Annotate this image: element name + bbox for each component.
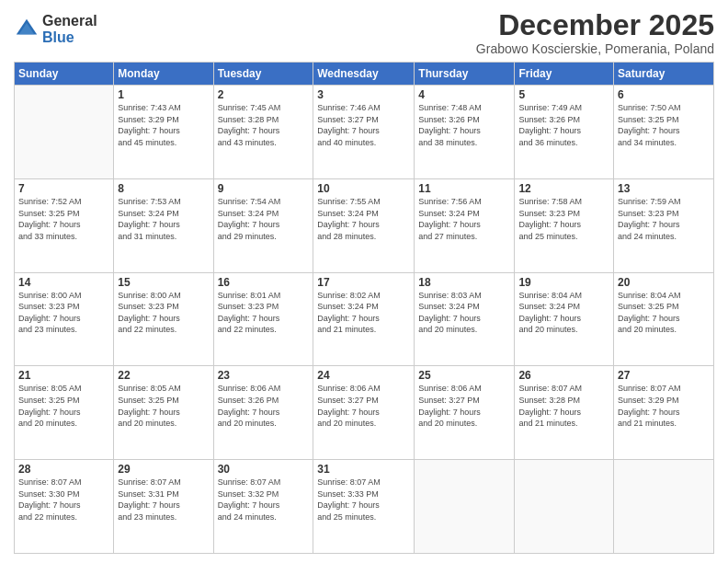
day-info: Sunrise: 8:04 AMSunset: 3:24 PMDaylight:… bbox=[518, 290, 609, 336]
calendar-body: 1Sunrise: 7:43 AMSunset: 3:29 PMDaylight… bbox=[15, 86, 714, 554]
day-info: Sunrise: 8:02 AMSunset: 3:24 PMDaylight:… bbox=[317, 290, 410, 336]
day-number: 9 bbox=[218, 182, 310, 195]
calendar-cell: 24Sunrise: 8:06 AMSunset: 3:27 PMDayligh… bbox=[313, 366, 415, 460]
calendar-cell: 28Sunrise: 8:07 AMSunset: 3:30 PMDayligh… bbox=[15, 460, 114, 554]
calendar-cell: 9Sunrise: 7:54 AMSunset: 3:24 PMDaylight… bbox=[213, 178, 313, 272]
calendar-cell: 11Sunrise: 7:56 AMSunset: 3:24 PMDayligh… bbox=[415, 178, 515, 272]
calendar-cell: 6Sunrise: 7:50 AMSunset: 3:25 PMDaylight… bbox=[614, 86, 714, 179]
day-info: Sunrise: 7:55 AMSunset: 3:24 PMDaylight:… bbox=[317, 196, 410, 242]
calendar-cell: 2Sunrise: 7:45 AMSunset: 3:28 PMDaylight… bbox=[213, 86, 313, 179]
day-number: 16 bbox=[218, 276, 310, 289]
day-number: 24 bbox=[317, 369, 410, 382]
day-info: Sunrise: 7:45 AMSunset: 3:28 PMDaylight:… bbox=[218, 102, 310, 148]
header: General Blue December 2025 Grabowo Kosci… bbox=[14, 9, 714, 56]
calendar-cell: 18Sunrise: 8:03 AMSunset: 3:24 PMDayligh… bbox=[415, 272, 515, 366]
day-number: 27 bbox=[618, 369, 710, 382]
calendar-week-row: 21Sunrise: 8:05 AMSunset: 3:25 PMDayligh… bbox=[15, 366, 714, 460]
day-number: 11 bbox=[418, 182, 510, 195]
calendar-cell bbox=[15, 86, 114, 179]
day-info: Sunrise: 8:05 AMSunset: 3:25 PMDaylight:… bbox=[18, 383, 109, 429]
header-saturday: Saturday bbox=[614, 63, 714, 86]
page: General Blue December 2025 Grabowo Kosci… bbox=[0, 0, 728, 563]
calendar-cell: 7Sunrise: 7:52 AMSunset: 3:25 PMDaylight… bbox=[15, 178, 114, 272]
day-info: Sunrise: 8:03 AMSunset: 3:24 PMDaylight:… bbox=[418, 290, 510, 336]
day-info: Sunrise: 7:46 AMSunset: 3:27 PMDaylight:… bbox=[317, 102, 410, 148]
day-info: Sunrise: 8:01 AMSunset: 3:23 PMDaylight:… bbox=[218, 290, 310, 336]
day-number: 8 bbox=[118, 182, 209, 195]
day-info: Sunrise: 8:04 AMSunset: 3:25 PMDaylight:… bbox=[618, 290, 710, 336]
calendar-cell: 1Sunrise: 7:43 AMSunset: 3:29 PMDaylight… bbox=[114, 86, 213, 179]
day-info: Sunrise: 7:54 AMSunset: 3:24 PMDaylight:… bbox=[218, 196, 310, 242]
calendar-cell: 13Sunrise: 7:59 AMSunset: 3:23 PMDayligh… bbox=[614, 178, 714, 272]
calendar-cell: 16Sunrise: 8:01 AMSunset: 3:23 PMDayligh… bbox=[213, 272, 313, 366]
day-info: Sunrise: 7:52 AMSunset: 3:25 PMDaylight:… bbox=[18, 196, 109, 242]
day-info: Sunrise: 7:59 AMSunset: 3:23 PMDaylight:… bbox=[618, 196, 710, 242]
calendar-cell bbox=[415, 460, 515, 554]
day-info: Sunrise: 7:48 AMSunset: 3:26 PMDaylight:… bbox=[418, 102, 510, 148]
calendar-cell: 25Sunrise: 8:06 AMSunset: 3:27 PMDayligh… bbox=[415, 366, 515, 460]
day-info: Sunrise: 7:50 AMSunset: 3:25 PMDaylight:… bbox=[618, 102, 710, 148]
day-number: 7 bbox=[18, 182, 109, 195]
header-wednesday: Wednesday bbox=[313, 63, 415, 86]
day-number: 21 bbox=[18, 369, 109, 382]
calendar-cell: 4Sunrise: 7:48 AMSunset: 3:26 PMDaylight… bbox=[415, 86, 515, 179]
day-info: Sunrise: 8:07 AMSunset: 3:28 PMDaylight:… bbox=[518, 383, 609, 429]
day-number: 6 bbox=[618, 88, 710, 101]
header-sunday: Sunday bbox=[15, 63, 114, 86]
calendar-cell: 12Sunrise: 7:58 AMSunset: 3:23 PMDayligh… bbox=[515, 178, 614, 272]
day-info: Sunrise: 8:00 AMSunset: 3:23 PMDaylight:… bbox=[18, 290, 109, 336]
day-number: 31 bbox=[317, 463, 410, 476]
logo-general: General bbox=[42, 13, 97, 29]
title-block: December 2025 Grabowo Koscierskie, Pomer… bbox=[476, 9, 714, 56]
logo-text: General Blue bbox=[42, 13, 97, 45]
day-number: 28 bbox=[18, 463, 109, 476]
calendar-cell: 23Sunrise: 8:06 AMSunset: 3:26 PMDayligh… bbox=[213, 366, 313, 460]
calendar-cell: 14Sunrise: 8:00 AMSunset: 3:23 PMDayligh… bbox=[15, 272, 114, 366]
calendar-cell: 15Sunrise: 8:00 AMSunset: 3:23 PMDayligh… bbox=[114, 272, 213, 366]
subtitle: Grabowo Koscierskie, Pomerania, Poland bbox=[476, 41, 714, 56]
calendar-week-row: 28Sunrise: 8:07 AMSunset: 3:30 PMDayligh… bbox=[15, 460, 714, 554]
day-number: 13 bbox=[618, 182, 710, 195]
day-number: 4 bbox=[418, 88, 510, 101]
day-info: Sunrise: 8:05 AMSunset: 3:25 PMDaylight:… bbox=[118, 383, 209, 429]
day-number: 25 bbox=[418, 369, 510, 382]
calendar-week-row: 14Sunrise: 8:00 AMSunset: 3:23 PMDayligh… bbox=[15, 272, 714, 366]
calendar-cell: 27Sunrise: 8:07 AMSunset: 3:29 PMDayligh… bbox=[614, 366, 714, 460]
header-monday: Monday bbox=[114, 63, 213, 86]
day-number: 19 bbox=[518, 276, 609, 289]
calendar-cell: 26Sunrise: 8:07 AMSunset: 3:28 PMDayligh… bbox=[515, 366, 614, 460]
calendar-cell: 10Sunrise: 7:55 AMSunset: 3:24 PMDayligh… bbox=[313, 178, 415, 272]
day-number: 23 bbox=[218, 369, 310, 382]
calendar-cell: 29Sunrise: 8:07 AMSunset: 3:31 PMDayligh… bbox=[114, 460, 213, 554]
day-number: 29 bbox=[118, 463, 209, 476]
day-info: Sunrise: 7:58 AMSunset: 3:23 PMDaylight:… bbox=[518, 196, 609, 242]
header-thursday: Thursday bbox=[415, 63, 515, 86]
day-number: 2 bbox=[218, 88, 310, 101]
day-number: 12 bbox=[518, 182, 609, 195]
logo-blue: Blue bbox=[42, 29, 97, 46]
day-info: Sunrise: 8:06 AMSunset: 3:27 PMDaylight:… bbox=[418, 383, 510, 429]
day-number: 5 bbox=[518, 88, 609, 101]
day-number: 3 bbox=[317, 88, 410, 101]
calendar-header: Sunday Monday Tuesday Wednesday Thursday… bbox=[15, 63, 714, 86]
day-number: 15 bbox=[118, 276, 209, 289]
calendar-cell: 19Sunrise: 8:04 AMSunset: 3:24 PMDayligh… bbox=[515, 272, 614, 366]
day-number: 20 bbox=[618, 276, 710, 289]
day-number: 1 bbox=[118, 88, 209, 101]
main-title: December 2025 bbox=[476, 9, 714, 41]
day-info: Sunrise: 8:07 AMSunset: 3:31 PMDaylight:… bbox=[118, 477, 209, 523]
calendar-cell: 8Sunrise: 7:53 AMSunset: 3:24 PMDaylight… bbox=[114, 178, 213, 272]
day-info: Sunrise: 7:56 AMSunset: 3:24 PMDaylight:… bbox=[418, 196, 510, 242]
day-info: Sunrise: 8:07 AMSunset: 3:32 PMDaylight:… bbox=[218, 477, 310, 523]
day-info: Sunrise: 8:00 AMSunset: 3:23 PMDaylight:… bbox=[118, 290, 209, 336]
day-number: 26 bbox=[518, 369, 609, 382]
logo-icon bbox=[14, 17, 40, 42]
calendar-cell: 30Sunrise: 8:07 AMSunset: 3:32 PMDayligh… bbox=[213, 460, 313, 554]
day-info: Sunrise: 7:43 AMSunset: 3:29 PMDaylight:… bbox=[118, 102, 209, 148]
calendar-cell: 31Sunrise: 8:07 AMSunset: 3:33 PMDayligh… bbox=[313, 460, 415, 554]
day-number: 30 bbox=[218, 463, 310, 476]
calendar-cell: 5Sunrise: 7:49 AMSunset: 3:26 PMDaylight… bbox=[515, 86, 614, 179]
weekday-header-row: Sunday Monday Tuesday Wednesday Thursday… bbox=[15, 63, 714, 86]
calendar-table: Sunday Monday Tuesday Wednesday Thursday… bbox=[14, 62, 714, 554]
calendar-cell: 20Sunrise: 8:04 AMSunset: 3:25 PMDayligh… bbox=[614, 272, 714, 366]
